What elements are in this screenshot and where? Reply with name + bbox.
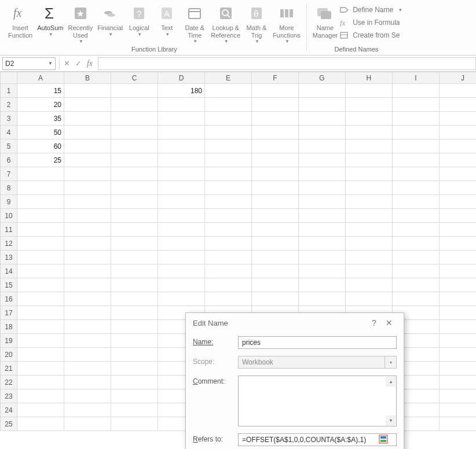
cell[interactable] bbox=[392, 195, 439, 209]
cell[interactable] bbox=[64, 403, 111, 417]
cell[interactable] bbox=[392, 237, 439, 251]
cell[interactable] bbox=[205, 223, 252, 237]
cell[interactable] bbox=[439, 195, 476, 209]
cell[interactable] bbox=[439, 292, 476, 306]
range-picker-button[interactable] bbox=[378, 434, 389, 444]
cell[interactable] bbox=[205, 278, 252, 292]
cell[interactable] bbox=[439, 348, 476, 362]
cell[interactable] bbox=[392, 181, 439, 195]
scroll-down-icon[interactable]: ▾ bbox=[386, 415, 396, 425]
cell[interactable] bbox=[64, 376, 111, 389]
dialog-close-button[interactable]: ✕ bbox=[382, 318, 397, 327]
cell[interactable] bbox=[205, 209, 252, 223]
cell[interactable] bbox=[298, 278, 345, 292]
name-box[interactable]: D2 ▼ bbox=[2, 57, 56, 70]
row-header[interactable]: 24 bbox=[1, 403, 17, 417]
cell[interactable] bbox=[345, 181, 392, 195]
cell[interactable] bbox=[17, 334, 64, 348]
cell[interactable] bbox=[64, 417, 111, 431]
cell[interactable] bbox=[158, 237, 205, 251]
cell[interactable] bbox=[439, 251, 476, 264]
cell[interactable] bbox=[298, 139, 345, 153]
cell[interactable] bbox=[251, 139, 298, 153]
financial-button[interactable]: Financial ▼ bbox=[95, 2, 125, 37]
cell[interactable] bbox=[158, 139, 205, 153]
cell[interactable] bbox=[392, 112, 439, 126]
cell[interactable] bbox=[251, 98, 298, 112]
cell[interactable] bbox=[205, 264, 252, 278]
cell[interactable] bbox=[17, 237, 64, 251]
cell[interactable]: 50 bbox=[17, 126, 64, 139]
cell[interactable] bbox=[298, 237, 345, 251]
cell[interactable] bbox=[17, 306, 64, 320]
cell[interactable] bbox=[205, 237, 252, 251]
cell[interactable] bbox=[158, 167, 205, 181]
cell[interactable] bbox=[64, 278, 111, 292]
cell[interactable] bbox=[298, 126, 345, 139]
row-header[interactable]: 13 bbox=[1, 251, 17, 264]
cell[interactable] bbox=[64, 292, 111, 306]
row-header[interactable]: 8 bbox=[1, 181, 17, 195]
cell[interactable] bbox=[251, 126, 298, 139]
cell[interactable] bbox=[111, 334, 158, 348]
cell[interactable] bbox=[298, 153, 345, 167]
row-header[interactable]: 18 bbox=[1, 320, 17, 334]
cell[interactable] bbox=[439, 209, 476, 223]
cell[interactable] bbox=[392, 292, 439, 306]
row-header[interactable]: 20 bbox=[1, 348, 17, 362]
cell[interactable] bbox=[439, 84, 476, 98]
cell[interactable] bbox=[251, 84, 298, 98]
cell[interactable] bbox=[345, 264, 392, 278]
cell[interactable] bbox=[64, 139, 111, 153]
cell[interactable] bbox=[64, 84, 111, 98]
cell[interactable] bbox=[251, 153, 298, 167]
cell[interactable] bbox=[64, 195, 111, 209]
cell[interactable] bbox=[298, 84, 345, 98]
cell[interactable] bbox=[64, 348, 111, 362]
cell[interactable] bbox=[111, 403, 158, 417]
column-header[interactable]: E bbox=[205, 72, 252, 84]
cell[interactable] bbox=[17, 209, 64, 223]
cell[interactable] bbox=[392, 139, 439, 153]
cell[interactable] bbox=[64, 264, 111, 278]
cell[interactable] bbox=[392, 153, 439, 167]
cell[interactable] bbox=[158, 292, 205, 306]
cell[interactable] bbox=[158, 98, 205, 112]
cell[interactable] bbox=[64, 320, 111, 334]
cell[interactable] bbox=[439, 376, 476, 389]
row-header[interactable]: 10 bbox=[1, 209, 17, 223]
cell[interactable] bbox=[392, 209, 439, 223]
row-header[interactable]: 19 bbox=[1, 334, 17, 348]
row-header[interactable]: 17 bbox=[1, 306, 17, 320]
cell[interactable] bbox=[392, 84, 439, 98]
cell[interactable] bbox=[439, 362, 476, 376]
cell[interactable] bbox=[345, 84, 392, 98]
column-header[interactable]: A bbox=[17, 72, 64, 84]
row-header[interactable]: 3 bbox=[1, 112, 17, 126]
cell[interactable] bbox=[298, 181, 345, 195]
cell[interactable] bbox=[439, 306, 476, 320]
cell[interactable] bbox=[17, 417, 64, 431]
cell[interactable] bbox=[17, 376, 64, 389]
column-header[interactable]: I bbox=[392, 72, 439, 84]
cell[interactable] bbox=[111, 84, 158, 98]
cell[interactable] bbox=[345, 223, 392, 237]
row-header[interactable]: 14 bbox=[1, 264, 17, 278]
formula-input[interactable] bbox=[98, 57, 476, 70]
cell[interactable] bbox=[111, 306, 158, 320]
column-header[interactable]: C bbox=[111, 72, 158, 84]
cell[interactable] bbox=[64, 98, 111, 112]
cell[interactable] bbox=[17, 264, 64, 278]
cell[interactable] bbox=[205, 292, 252, 306]
cell[interactable] bbox=[439, 264, 476, 278]
cell[interactable] bbox=[64, 306, 111, 320]
cell[interactable] bbox=[251, 167, 298, 181]
accept-formula-button[interactable]: ✓ bbox=[72, 57, 84, 70]
cell[interactable] bbox=[205, 126, 252, 139]
cell[interactable] bbox=[205, 98, 252, 112]
cell[interactable] bbox=[345, 209, 392, 223]
cell[interactable] bbox=[111, 264, 158, 278]
cell[interactable] bbox=[17, 348, 64, 362]
cell[interactable] bbox=[111, 292, 158, 306]
cell[interactable] bbox=[17, 167, 64, 181]
